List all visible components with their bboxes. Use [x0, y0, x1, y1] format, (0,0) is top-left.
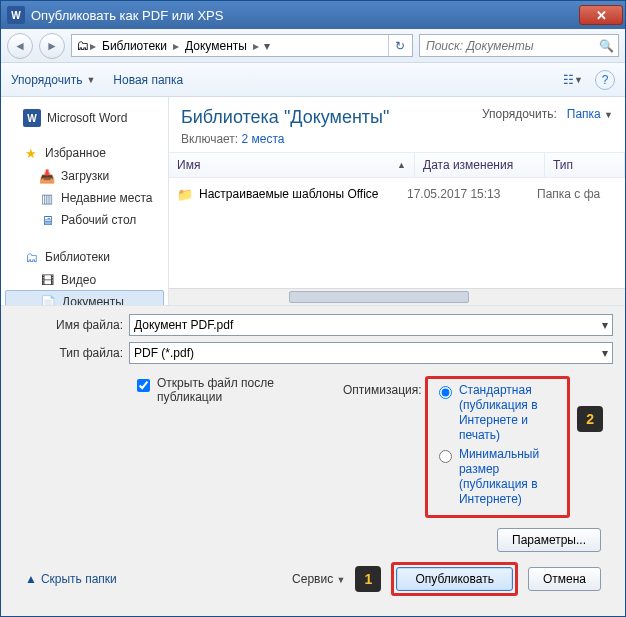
search-box[interactable]: 🔍 — [419, 34, 619, 57]
includes-label: Включает: — [181, 132, 238, 146]
sidebar-item-video[interactable]: 🎞Видео — [1, 269, 168, 291]
sidebar-group-favorites[interactable]: ★Избранное — [1, 141, 168, 165]
video-icon: 🎞 — [39, 272, 55, 288]
folder-icon: 📁 — [177, 186, 193, 202]
chevron-down-icon[interactable]: ▾ — [602, 318, 608, 332]
dialog-window: W Опубликовать как PDF или XPS ✕ ◄ ► 🗂 ▸… — [0, 0, 626, 617]
form-area: Имя файла: Документ PDF.pdf▾ Тип файла: … — [1, 305, 625, 616]
search-icon: 🔍 — [599, 39, 614, 53]
parameters-button[interactable]: Параметры... — [497, 528, 601, 552]
item-name: Настраиваемые шаблоны Office — [199, 187, 379, 201]
optimize-minimal-label[interactable]: Минимальный размер (публикация в Интерне… — [459, 447, 561, 507]
footer: ▲ Скрыть папки Сервис ▼ 1 Опубликовать О… — [13, 552, 613, 606]
sidebar-item-downloads[interactable]: 📥Загрузки — [1, 165, 168, 187]
col-date[interactable]: Дата изменения — [415, 153, 545, 177]
arrange-dropdown[interactable]: Папка ▼ — [567, 107, 613, 121]
desktop-icon: 🖥 — [39, 212, 55, 228]
optimize-standard-label[interactable]: Стандартная (публикация в Интернете и пе… — [459, 383, 561, 443]
cancel-button[interactable]: Отмена — [528, 567, 601, 591]
chevron-down-icon: ▼ — [86, 75, 95, 85]
callout-1: 1 — [355, 566, 381, 592]
list-item[interactable]: 📁Настраиваемые шаблоны Office 17.05.2017… — [169, 182, 625, 206]
titlebar: W Опубликовать как PDF или XPS ✕ — [1, 1, 625, 29]
content-pane: Упорядочить: Папка ▼ Библиотека "Докумен… — [169, 97, 625, 305]
sidebar-item-desktop[interactable]: 🖥Рабочий стол — [1, 209, 168, 231]
filename-input[interactable]: Документ PDF.pdf▾ — [129, 314, 613, 336]
sidebar-item-recent[interactable]: ▥Недавние места — [1, 187, 168, 209]
chevron-up-icon: ▲ — [25, 572, 37, 586]
chevron-down-icon: ▼ — [337, 575, 346, 585]
help-button[interactable]: ? — [595, 70, 615, 90]
breadcrumb[interactable]: 🗂 ▸ Библиотеки ▸ Документы ▸ ▾ ↻ — [71, 34, 413, 57]
item-date: 17.05.2017 15:13 — [407, 187, 537, 201]
publish-highlight: Опубликовать — [391, 562, 517, 596]
sort-asc-icon: ▲ — [397, 160, 406, 170]
sidebar-group-libraries[interactable]: 🗂Библиотеки — [1, 245, 168, 269]
recent-icon: ▥ — [39, 190, 55, 206]
window-title: Опубликовать как PDF или XPS — [31, 8, 579, 23]
nav-back-button[interactable]: ◄ — [7, 33, 33, 59]
word-icon: W — [23, 109, 41, 127]
tools-dropdown[interactable]: Сервис ▼ — [292, 572, 345, 586]
file-list: 📁Настраиваемые шаблоны Office 17.05.2017… — [169, 178, 625, 288]
libraries-icon: 🗂 — [23, 249, 39, 265]
libraries-icon: 🗂 — [74, 38, 90, 54]
callout-2: 2 — [577, 406, 603, 432]
breadcrumb-dropdown[interactable]: ▾ — [259, 39, 275, 53]
body: WMicrosoft Word ★Избранное 📥Загрузки ▥Не… — [1, 97, 625, 305]
refresh-button[interactable]: ↻ — [388, 35, 410, 56]
view-mode-button[interactable]: ☷ ▼ — [559, 69, 587, 91]
toolbar: Упорядочить ▼ Новая папка ☷ ▼ ? — [1, 63, 625, 97]
sidebar: WMicrosoft Word ★Избранное 📥Загрузки ▥Не… — [1, 97, 169, 305]
includes-link[interactable]: 2 места — [242, 132, 285, 146]
col-type[interactable]: Тип — [545, 153, 625, 177]
sidebar-item-msword[interactable]: WMicrosoft Word — [1, 105, 168, 131]
item-type: Папка с фа — [537, 187, 617, 201]
content-header: Упорядочить: Папка ▼ Библиотека "Докумен… — [169, 97, 625, 152]
chevron-down-icon[interactable]: ▾ — [602, 346, 608, 360]
organize-button[interactable]: Упорядочить ▼ — [11, 73, 95, 87]
filetype-label: Тип файла: — [13, 346, 123, 360]
star-icon: ★ — [23, 145, 39, 161]
col-name[interactable]: Имя▲ — [169, 153, 415, 177]
optimize-minimal-radio[interactable] — [439, 450, 452, 463]
arrange-label: Упорядочить: — [482, 107, 557, 121]
search-input[interactable] — [424, 38, 599, 54]
open-after-label: Открыть файл после публикации — [157, 376, 323, 404]
documents-icon: 📄 — [40, 294, 56, 305]
word-app-icon: W — [7, 6, 25, 24]
filename-label: Имя файла: — [13, 318, 123, 332]
horizontal-scrollbar[interactable] — [169, 288, 625, 305]
hide-folders-button[interactable]: ▲ Скрыть папки — [25, 572, 117, 586]
column-headers: Имя▲ Дата изменения Тип — [169, 152, 625, 178]
breadcrumb-item[interactable]: Библиотеки — [96, 39, 173, 53]
optimize-standard-radio[interactable] — [439, 386, 452, 399]
open-after-checkbox[interactable] — [137, 379, 150, 392]
publish-button[interactable]: Опубликовать — [396, 567, 512, 591]
new-folder-button[interactable]: Новая папка — [113, 73, 183, 87]
optimize-group: Стандартная (публикация в Интернете и пе… — [425, 376, 570, 518]
sidebar-item-documents[interactable]: 📄Документы — [5, 290, 164, 305]
filetype-select[interactable]: PDF (*.pdf)▾ — [129, 342, 613, 364]
nav-forward-button[interactable]: ► — [39, 33, 65, 59]
breadcrumb-item[interactable]: Документы — [179, 39, 253, 53]
optimize-label: Оптимизация: — [343, 383, 422, 397]
nav-row: ◄ ► 🗂 ▸ Библиотеки ▸ Документы ▸ ▾ ↻ 🔍 — [1, 29, 625, 63]
downloads-icon: 📥 — [39, 168, 55, 184]
close-button[interactable]: ✕ — [579, 5, 623, 25]
chevron-down-icon: ▼ — [604, 110, 613, 120]
scrollbar-thumb[interactable] — [289, 291, 469, 303]
